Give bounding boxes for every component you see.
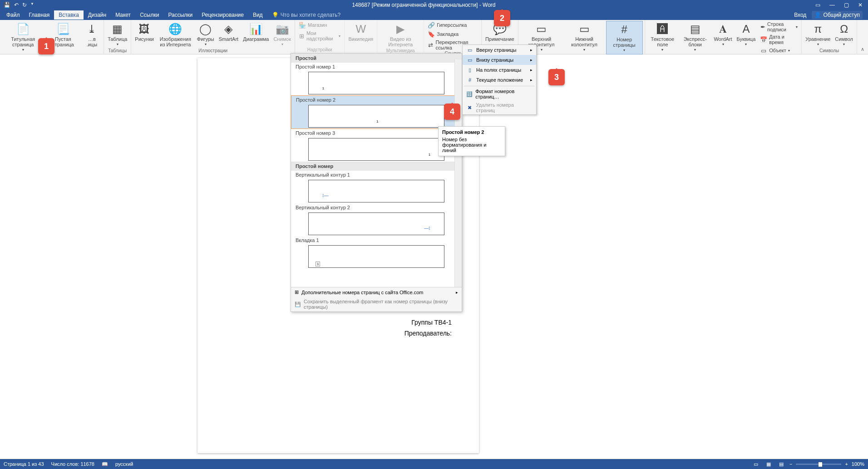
hyperlink-icon: 🔗: [428, 21, 435, 29]
gallery-item-simple-1[interactable]: Простой номер 1 1: [291, 63, 462, 94]
close-icon[interactable]: ✕: [858, 2, 863, 8]
tab-file[interactable]: Файл: [2, 10, 25, 20]
shapes-button[interactable]: ◯Фигуры▾: [195, 21, 216, 48]
login-link[interactable]: Вход: [794, 12, 806, 18]
minimize-icon[interactable]: —: [829, 2, 835, 8]
office-icon: ⊞: [295, 289, 299, 295]
online-pictures-button[interactable]: 🌐Изображения из Интернета: [157, 21, 194, 48]
doc-text: Группы ТВ4-1: [225, 319, 452, 326]
callout-4: 4: [444, 104, 460, 120]
page-number-button[interactable]: #Номер страницы▾: [606, 21, 643, 54]
object-icon: ▭: [760, 47, 767, 54]
window-title: 148687 [Режим ограниченной функционально…: [38, 2, 810, 8]
page-break-button[interactable]: ⤓…в .ицы: [82, 21, 102, 48]
preview-vertical-2: —⟟: [308, 212, 444, 235]
cover-page-icon: 📄: [16, 22, 30, 36]
maximize-icon[interactable]: ▢: [844, 2, 849, 8]
status-word-count[interactable]: Число слов: 11678: [51, 461, 94, 467]
smartart-button[interactable]: ◈SmartArt: [217, 21, 240, 43]
tab-layout[interactable]: Макет: [111, 10, 135, 20]
tab-design[interactable]: Дизайн: [84, 10, 111, 20]
preview-simple-1: 1: [308, 72, 444, 94]
footer-icon: ▭: [577, 22, 592, 36]
online-video-button: ▶Видео из Интернета: [379, 21, 422, 48]
chart-button[interactable]: 📊Диаграмма: [241, 21, 271, 43]
view-web-layout-icon[interactable]: ▤: [777, 460, 786, 468]
bookmark-button[interactable]: 🔖Закладка: [426, 30, 479, 38]
zoom-slider[interactable]: [796, 464, 841, 465]
wordart-button[interactable]: 𝐀WordArt▾: [712, 21, 734, 48]
table-button[interactable]: ▦Таблица▾: [106, 21, 129, 48]
zoom-out-button[interactable]: −: [789, 461, 792, 467]
menu-current-position[interactable]: #Текущее положение▸: [463, 75, 536, 85]
quickparts-button[interactable]: ▤Экспресс-блоки▾: [679, 21, 711, 54]
dropcap-button[interactable]: AБуквица▾: [735, 21, 758, 48]
symbol-button[interactable]: ΩСимвол▾: [833, 21, 855, 48]
gallery-scrollbar[interactable]: [454, 59, 462, 291]
wordart-icon: 𝐀: [716, 22, 730, 36]
current-pos-icon: #: [466, 76, 473, 84]
date-time-button[interactable]: 📅Дата и время: [758, 34, 799, 45]
preview-tab-1: 1: [308, 245, 444, 268]
pictures-button[interactable]: 🖼Рисунки: [133, 21, 156, 43]
video-icon: ▶: [393, 22, 408, 36]
tab-references[interactable]: Ссылки: [135, 10, 163, 20]
tell-me-search[interactable]: 💡 Что вы хотите сделать?: [272, 12, 341, 18]
gallery-item-vertical-2[interactable]: Вертикальный контур 2 —⟟: [291, 203, 462, 235]
textbox-button[interactable]: 🅰Текстовое поле▾: [647, 21, 678, 54]
footer-button[interactable]: ▭Нижний колонтитул▾: [564, 21, 605, 54]
status-spellcheck-icon[interactable]: 📖: [102, 461, 108, 467]
zoom-level[interactable]: 100%: [852, 461, 864, 467]
preview-simple-2: 1: [308, 105, 444, 128]
textbox-icon: 🅰: [655, 22, 670, 36]
menu-page-margins[interactable]: ▯На полях страницы▸: [463, 65, 536, 75]
datetime-icon: 📅: [760, 36, 767, 43]
ribbon-display-icon[interactable]: ▭: [815, 2, 820, 8]
tab-view[interactable]: Вид: [248, 10, 267, 20]
tab-insert[interactable]: Вставка: [54, 10, 84, 20]
quickparts-icon: ▤: [688, 22, 702, 36]
zoom-in-button[interactable]: +: [845, 461, 848, 467]
gallery-section-simple: Простой: [291, 54, 462, 63]
page-number-menu: ▭Вверху страницы▸ ▭Внизу страницы▸ ▯На п…: [462, 44, 537, 115]
crossref-icon: ⇄: [428, 41, 434, 49]
gallery-item-tab-1[interactable]: Вкладка 1 1: [291, 236, 462, 268]
menu-top-of-page[interactable]: ▭Вверху страницы▸: [463, 45, 536, 55]
gallery-item-simple-3[interactable]: Простой номер 3 1: [291, 129, 462, 161]
tab-mailings[interactable]: Рассылки: [163, 10, 197, 20]
signature-line-button[interactable]: ✒Строка подписи▾: [758, 21, 799, 33]
undo-icon[interactable]: ↶: [14, 2, 19, 8]
menu-bottom-of-page[interactable]: ▭Внизу страницы▸: [463, 55, 536, 65]
redo-icon[interactable]: ↻: [22, 2, 27, 8]
gallery-more-from-office[interactable]: ⊞Дополнительные номера страниц с сайта O…: [291, 287, 462, 297]
view-print-layout-icon[interactable]: ▦: [764, 460, 773, 468]
chart-icon: 📊: [249, 22, 263, 36]
status-language[interactable]: русский: [115, 461, 133, 467]
my-addins-button: ⊞Мои надстройки▾: [297, 30, 342, 42]
addins-icon: ⊞: [299, 32, 305, 39]
gallery-tooltip: Простой номер 2 Номер без форматирования…: [438, 126, 505, 156]
menu-remove-page-numbers: ✖Удалить номера страниц: [463, 101, 536, 114]
share-button[interactable]: 👤 Общий доступ: [812, 11, 863, 19]
page-margins-icon: ▯: [466, 66, 473, 74]
gallery-item-simple-2[interactable]: Простой номер 2 1: [291, 95, 462, 129]
tooltip-description: Номер без форматирования и линий: [442, 137, 501, 153]
header-icon: ▭: [534, 22, 549, 36]
tab-review[interactable]: Рецензирование: [197, 10, 248, 20]
view-read-mode-icon[interactable]: ▭: [751, 460, 760, 468]
bulb-icon: 💡: [272, 12, 279, 18]
collapse-ribbon-icon[interactable]: ∧: [857, 44, 868, 54]
equation-icon: π: [811, 22, 825, 36]
hyperlink-button[interactable]: 🔗Гиперссылка: [426, 21, 479, 29]
menu-format-page-numbers[interactable]: 🔢Формат номеров страниц…: [463, 87, 536, 101]
status-page[interactable]: Страница 1 из 43: [4, 461, 44, 467]
page-number-gallery: Простой Простой номер 1 1 Простой номер …: [291, 53, 462, 312]
tab-home[interactable]: Главная: [25, 10, 54, 20]
pictures-icon: 🖼: [137, 22, 152, 36]
save-icon[interactable]: 💾: [4, 2, 10, 8]
qat-dropdown-icon[interactable]: ▼: [30, 2, 34, 8]
gallery-item-vertical-1[interactable]: Вертикальный контур 1 ⟟—: [291, 171, 462, 202]
object-button[interactable]: ▭Объект▾: [758, 46, 799, 54]
table-icon: ▦: [110, 22, 125, 36]
equation-button[interactable]: πУравнение▾: [804, 21, 832, 48]
